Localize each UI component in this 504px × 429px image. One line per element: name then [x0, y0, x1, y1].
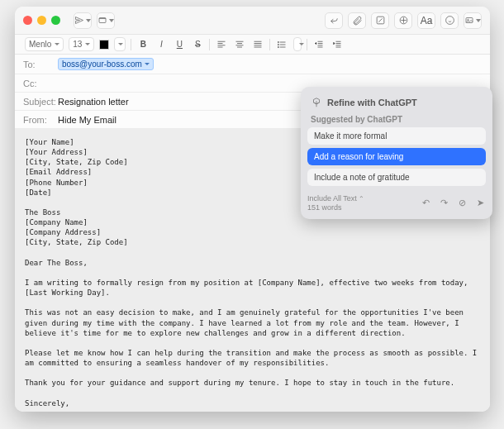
popover-title: Refine with ChatGPT [327, 98, 417, 107]
chatgpt-refine-popover: Refine with ChatGPT Suggested by ChatGPT… [301, 87, 492, 219]
popover-subtitle: Suggested by ChatGPT [307, 115, 486, 127]
markup-button[interactable] [371, 12, 389, 29]
format-bar: Menlo 13 B I U S [15, 35, 490, 55]
to-recipient-pill[interactable]: boss@your-boss.com [58, 58, 154, 70]
photo-browser-button[interactable] [464, 12, 482, 29]
svg-point-3 [445, 17, 454, 25]
emoji-button[interactable] [440, 12, 459, 29]
text-color-swatch[interactable] [99, 40, 109, 50]
separator [307, 39, 307, 50]
header-options-button[interactable] [97, 12, 115, 29]
subject-label: Subject: [23, 97, 58, 107]
chatgpt-refine-button[interactable] [394, 12, 412, 29]
list-button[interactable] [275, 38, 288, 51]
send-button[interactable] [74, 12, 92, 29]
suggestion-note-gratitude[interactable]: Include a note of gratitude [307, 169, 486, 186]
align-center-button[interactable] [233, 38, 246, 51]
to-row[interactable]: To: boss@your-boss.com [15, 55, 490, 74]
font-family-select[interactable]: Menlo [25, 37, 64, 51]
font-size-select[interactable]: 13 [69, 37, 94, 51]
outdent-button[interactable] [312, 38, 326, 51]
confirm-icon[interactable]: ➤ [474, 198, 486, 209]
text-color-picker[interactable] [114, 37, 126, 51]
suggestion-make-formal[interactable]: Make it more formal [307, 127, 486, 145]
zoom-window-button[interactable] [51, 16, 60, 25]
list-style-select[interactable] [293, 37, 302, 51]
undo-button[interactable]: ↶ [420, 198, 431, 209]
close-window-button[interactable] [23, 16, 32, 25]
svg-point-6 [278, 41, 279, 42]
svg-point-7 [278, 44, 279, 45]
align-justify-button[interactable] [251, 38, 264, 51]
indent-button[interactable] [330, 38, 344, 51]
window-controls [23, 16, 60, 25]
cc-label: Cc: [23, 79, 58, 88]
underline-button[interactable]: U [173, 38, 186, 51]
separator [269, 39, 270, 50]
minimize-window-button[interactable] [37, 16, 46, 25]
bold-button[interactable]: B [136, 38, 150, 51]
separator [209, 39, 210, 50]
attach-button[interactable] [348, 12, 366, 29]
format-text-button[interactable]: Aa [417, 12, 435, 29]
popover-footer: Include All Text ⌃ 151 words ↶ ↷ ⊘ ➤ [307, 189, 486, 212]
reply-button[interactable] [325, 12, 343, 29]
align-left-button[interactable] [215, 38, 228, 51]
redo-button[interactable]: ↷ [438, 198, 449, 209]
popover-title-row: Refine with ChatGPT [307, 93, 486, 115]
separator [131, 39, 131, 50]
svg-point-8 [278, 46, 279, 47]
word-count: 151 words [307, 203, 364, 212]
from-label: From: [23, 115, 58, 125]
titlebar: Aa [15, 7, 490, 35]
cancel-icon[interactable]: ⊘ [456, 198, 468, 209]
openai-icon [311, 97, 322, 108]
to-label: To: [23, 60, 58, 69]
include-all-text-toggle[interactable]: Include All Text [307, 194, 357, 203]
strikethrough-button[interactable]: S [191, 38, 204, 51]
italic-button[interactable]: I [155, 38, 168, 51]
suggestion-add-reason[interactable]: Add a reason for leaving [307, 148, 486, 165]
